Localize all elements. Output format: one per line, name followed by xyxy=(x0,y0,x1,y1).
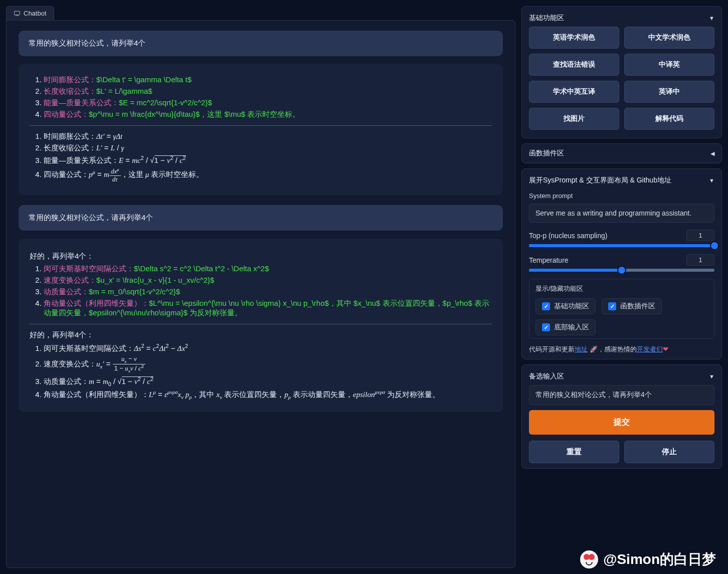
visibility-label: 显示/隐藏功能区 xyxy=(535,284,708,293)
svg-rect-0 xyxy=(15,11,20,15)
user-message: 常用的狭义相对论公式，请列举4个 xyxy=(19,31,503,56)
list-item: 四动量公式：pμ = mdxμdτ，这里 μ 表示时空坐标。 xyxy=(44,167,492,183)
credits-line: 代码开源和更新地址 🚀，感谢热情的开发者们❤ xyxy=(529,345,714,354)
list-item: 动质量公式：m = m0 / √1 − v2 / c2 xyxy=(44,376,492,387)
divider xyxy=(30,125,492,126)
check-bottom-input[interactable]: ✓底部输入区 xyxy=(535,319,596,335)
panel-title: 函数插件区 xyxy=(529,149,564,158)
topp-slider[interactable] xyxy=(529,244,714,247)
chevron-down-icon: ▼ xyxy=(709,373,714,379)
panel-toggle-alt-input[interactable]: 备选输入区 ▼ xyxy=(529,370,714,385)
chevron-down-icon: ▼ xyxy=(709,15,714,21)
developers-link[interactable]: 开发者们 xyxy=(637,345,663,353)
rocket-icon: 🚀 xyxy=(590,345,598,353)
basic-functions-panel: 基础功能区 ▼ 英语学术润色 中文学术润色 查找语法错误 中译英 学术中英互译 … xyxy=(521,6,722,138)
fn-btn-zh-to-en[interactable]: 中译英 xyxy=(624,54,714,76)
check-icon: ✓ xyxy=(542,302,550,310)
list-item: 长度收缩公式：$L' = L/\gamma$ xyxy=(44,87,492,96)
temperature-slider[interactable] xyxy=(529,269,714,272)
list-item: 闵可夫斯基时空间隔公式：$\Delta s^2 = c^2 \Delta t^2… xyxy=(44,264,492,274)
check-plugins[interactable]: ✓函数插件区 xyxy=(602,298,662,314)
list-item: 速度变换公式：$u_x' = \frac{u_x - v}{1 - u_xv/c… xyxy=(44,276,492,285)
check-icon: ✓ xyxy=(608,302,616,310)
check-basic[interactable]: ✓基础功能区 xyxy=(535,298,596,314)
chat-icon xyxy=(14,10,21,17)
bot-intro: 好的，再列举4个： xyxy=(30,252,492,261)
divider xyxy=(30,324,492,324)
list-item: 时间膨胀公式：Δt′ = γΔt xyxy=(44,132,492,141)
list-item: 角动量公式（利用四维矢量）：Lμ = εμνρσxν pρ，其中 xν 表示位置… xyxy=(44,389,492,400)
fn-btn-explain-code[interactable]: 解释代码 xyxy=(624,108,714,130)
list-item: 时间膨胀公式：$\Delta t' = \gamma \Delta t$ xyxy=(44,75,492,85)
list-item: 闵可夫斯基时空间隔公式：Δs2 = c2Δt2 − Δx2 xyxy=(44,343,492,353)
topp-label: Top-p (nucleus sampling) xyxy=(529,232,607,240)
fn-btn-find-image[interactable]: 找图片 xyxy=(529,108,619,130)
repo-link[interactable]: 地址 xyxy=(575,345,588,353)
fn-btn-en-to-zh[interactable]: 英译中 xyxy=(624,81,714,103)
chat-panel: 常用的狭义相对论公式，请列举4个 时间膨胀公式：$\Delta t' = \ga… xyxy=(6,20,515,568)
plugins-panel: 函数插件区 ◀ xyxy=(521,143,722,163)
submit-button[interactable]: 提交 xyxy=(529,410,714,435)
fn-btn-academic-translate[interactable]: 学术中英互译 xyxy=(529,81,619,103)
stop-button[interactable]: 停止 xyxy=(624,441,714,463)
list-item: 能量—质量关系公式：$E = mc^2/\sqrt{1-v^2/c^2}$ xyxy=(44,98,492,108)
panel-title: 备选输入区 xyxy=(529,372,564,381)
panel-toggle-expand[interactable]: 展开SysPrompt & 交互界面布局 & Github地址 ▼ xyxy=(529,174,714,189)
list-item: 长度收缩公式：L′ = L / γ xyxy=(44,143,492,153)
fn-btn-chinese-polish[interactable]: 中文学术润色 xyxy=(624,27,714,49)
list-item: 角动量公式（利用四维矢量）：$L^\mu = \epsilon^{\mu \nu… xyxy=(44,299,492,318)
bot-intro: 好的，再列举4个： xyxy=(30,330,492,340)
list-item: 四动量公式：$p^\mu = m \frac{dx^\mu}{d\tau}$，这… xyxy=(44,110,492,119)
check-icon: ✓ xyxy=(542,323,550,331)
system-prompt-label: System prompt xyxy=(529,192,714,200)
alt-input-panel: 备选输入区 ▼ 常用的狭义相对论公式，请再列举4个 提交 重置 停止 xyxy=(521,364,722,469)
temperature-label: Temperature xyxy=(529,256,569,264)
tab-chatbot[interactable]: Chatbot xyxy=(6,6,54,20)
tab-label: Chatbot xyxy=(24,10,47,17)
list-item: 能量—质量关系公式：E = mc2 / √1 − v2 / c2 xyxy=(44,155,492,165)
temperature-value[interactable]: 1 xyxy=(686,254,714,266)
visibility-group: 显示/隐藏功能区 ✓基础功能区 ✓函数插件区 ✓底部输入区 xyxy=(529,279,714,339)
reset-button[interactable]: 重置 xyxy=(529,441,619,463)
expand-panel: 展开SysPrompt & 交互界面布局 & Github地址 ▼ System… xyxy=(521,168,722,359)
chevron-left-icon: ◀ xyxy=(710,150,714,157)
system-prompt-input[interactable]: Serve me as a writing and programming as… xyxy=(529,204,714,223)
bot-message: 好的，再列举4个： 闵可夫斯基时空间隔公式：$\Delta s^2 = c^2 … xyxy=(19,239,503,412)
alt-input[interactable]: 常用的狭义相对论公式，请再列举4个 xyxy=(529,385,714,405)
panel-toggle-plugins[interactable]: 函数插件区 ◀ xyxy=(529,149,714,158)
fn-btn-english-polish[interactable]: 英语学术润色 xyxy=(529,27,619,49)
list-item: 动质量公式：$m = m_0/\sqrt{1-v^2/c^2}$ xyxy=(44,287,492,297)
user-message: 常用的狭义相对论公式，请再列举4个 xyxy=(19,205,503,231)
panel-toggle-basic[interactable]: 基础功能区 ▼ xyxy=(529,12,714,27)
list-item: 速度变换公式：ux′ = ux − v1 − uxv / c2 xyxy=(44,355,492,374)
topp-value[interactable]: 1 xyxy=(686,230,714,241)
chevron-down-icon: ▼ xyxy=(709,177,714,183)
panel-title: 展开SysPrompt & 交互界面布局 & Github地址 xyxy=(529,176,671,185)
panel-title: 基础功能区 xyxy=(529,14,564,23)
heart-icon: ❤ xyxy=(663,345,668,353)
bot-message: 时间膨胀公式：$\Delta t' = \gamma \Delta t$ 长度收… xyxy=(19,64,503,195)
fn-btn-grammar[interactable]: 查找语法错误 xyxy=(529,54,619,76)
